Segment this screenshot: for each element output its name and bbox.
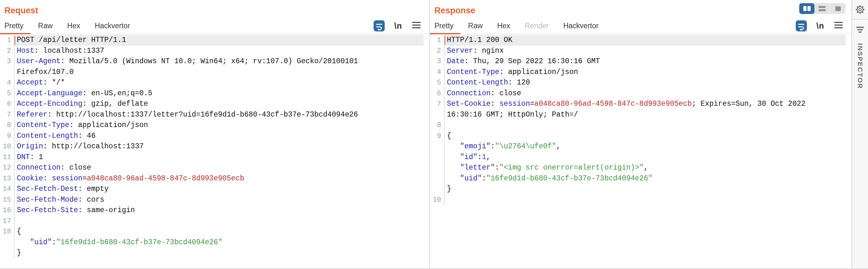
code-line-text[interactable]: Content-Type: application/json xyxy=(444,67,846,78)
code-line[interactable]: Firefox/107.0 xyxy=(0,67,429,78)
line-number: 14 xyxy=(0,184,14,195)
code-line[interactable]: 5Accept-Language: en-US,en;q=0.5 xyxy=(0,88,429,99)
code-line-text[interactable]: Cookie: session=a048ca80-96ad-4598-847c-… xyxy=(14,173,424,184)
code-line-text[interactable]: "uid":"16fe9d1d-b680-43cf-b37e-73bcd4094… xyxy=(444,173,846,184)
code-line-text[interactable]: User-Agent: Mozilla/5.0 (Windows NT 10.0… xyxy=(14,56,424,67)
code-line-text[interactable]: Sec-Fetch-Dest: empty xyxy=(14,184,424,195)
code-line-text[interactable]: Accept: */* xyxy=(14,78,424,88)
code-line[interactable]: 4Accept: */* xyxy=(0,78,429,88)
settings-button[interactable] xyxy=(852,0,868,20)
tab-hex[interactable]: Hex xyxy=(67,18,80,34)
tab-pretty[interactable]: Pretty xyxy=(4,18,24,34)
code-line-text[interactable]: } xyxy=(14,248,424,259)
request-editor-menu-button[interactable] xyxy=(412,21,421,30)
code-line[interactable]: 7Set-Cookie: session=a048ca80-96ad-4598-… xyxy=(430,99,851,110)
code-line-text[interactable]: Accept-Encoding: gzip, deflate xyxy=(14,99,424,110)
code-line[interactable]: 5Content-Length: 120 xyxy=(430,78,851,88)
code-line-text[interactable]: Content-Length: 120 xyxy=(444,78,846,88)
code-line[interactable]: 18{ xyxy=(0,226,429,237)
code-line-text[interactable]: "letter":"<img src onerror=alert(origin)… xyxy=(444,163,846,173)
tab-hex[interactable]: Hex xyxy=(497,18,510,34)
code-line-text[interactable]: { xyxy=(14,226,424,237)
code-line-text[interactable]: } xyxy=(444,184,846,195)
word-wrap-toggle-button[interactable] xyxy=(374,20,385,31)
code-line[interactable]: 2Server: nginx xyxy=(430,46,851,56)
code-line-text[interactable]: Origin: http://localhost:1337 xyxy=(14,141,424,152)
code-line-text[interactable]: "id":1, xyxy=(444,152,846,163)
code-line[interactable]: 1POST /api/letter HTTP/1.1 xyxy=(0,35,429,46)
show-newlines-toggle-button[interactable]: \n xyxy=(394,21,402,31)
tab-raw[interactable]: Raw xyxy=(468,18,483,34)
code-line-text[interactable]: Accept-Language: en-US,en;q=0.5 xyxy=(14,88,424,99)
code-line[interactable]: 17 xyxy=(0,216,429,227)
code-line[interactable]: 2Host: localhost:1337 xyxy=(0,46,429,56)
code-line[interactable]: 8 xyxy=(430,120,851,131)
code-line[interactable]: "letter":"<img src onerror=alert(origin)… xyxy=(430,163,851,173)
code-line-text[interactable]: 16:30:16 GMT; HttpOnly; Path=/ xyxy=(444,110,846,120)
code-line-text[interactable]: "uid":"16fe9d1d-b680-43cf-b37e-73bcd4094… xyxy=(14,237,424,248)
code-line[interactable]: "uid":"16fe9d1d-b680-43cf-b37e-73bcd4094… xyxy=(0,237,429,248)
collapse-inspector-button[interactable] xyxy=(852,20,868,40)
code-line-text[interactable]: Server: nginx xyxy=(444,46,846,56)
code-line-text[interactable]: Sec-Fetch-Site: same-origin xyxy=(14,205,424,216)
code-line[interactable]: 1HTTP/1.1 200 OK xyxy=(430,35,851,46)
code-line-text[interactable]: Sec-Fetch-Mode: cors xyxy=(14,195,424,206)
tab-hackvertor[interactable]: Hackvertor xyxy=(95,18,130,34)
code-line[interactable]: 13Cookie: session=a048ca80-96ad-4598-847… xyxy=(0,173,429,184)
code-line[interactable]: } xyxy=(0,248,429,259)
tab-raw[interactable]: Raw xyxy=(38,18,53,34)
code-line[interactable]: "emoji":"\u2764\ufe0f", xyxy=(430,141,851,152)
code-line[interactable]: 10Origin: http://localhost:1337 xyxy=(0,141,429,152)
code-line[interactable]: 12Connection: close xyxy=(0,163,429,173)
code-line-text[interactable]: Set-Cookie: session=a048ca80-96ad-4598-8… xyxy=(444,99,846,110)
code-line[interactable]: 4Content-Type: application/json xyxy=(430,67,851,78)
response-editor-menu-button[interactable] xyxy=(834,21,843,30)
layout-single-button[interactable] xyxy=(830,3,845,14)
request-editor[interactable]: 1POST /api/letter HTTP/1.12Host: localho… xyxy=(0,34,429,259)
code-line-text[interactable]: Date: Thu, 29 Sep 2022 16:30:16 GMT xyxy=(444,56,846,67)
code-line-text[interactable]: Content-Type: application/json xyxy=(14,120,424,131)
code-line-text[interactable] xyxy=(444,120,846,131)
code-line-text[interactable]: "emoji":"\u2764\ufe0f", xyxy=(444,141,846,152)
code-line-text[interactable]: Referer: http://localhost:1337/letter?ui… xyxy=(14,110,424,120)
line-number: 2 xyxy=(0,46,14,56)
code-line[interactable]: "uid":"16fe9d1d-b680-43cf-b37e-73bcd4094… xyxy=(430,173,851,184)
code-line[interactable]: 6Connection: close xyxy=(430,88,851,99)
inspector-tab[interactable]: INSPECTOR xyxy=(856,43,864,89)
layout-columns-button[interactable] xyxy=(799,3,814,14)
code-line[interactable]: 14Sec-Fetch-Dest: empty xyxy=(0,184,429,195)
code-line[interactable]: 9Content-Length: 46 xyxy=(0,131,429,142)
code-line-text[interactable]: POST /api/letter HTTP/1.1 xyxy=(14,35,424,46)
code-line-text[interactable] xyxy=(444,195,846,206)
code-line[interactable]: 6Accept-Encoding: gzip, deflate xyxy=(0,99,429,110)
code-line-text[interactable]: DNT: 1 xyxy=(14,152,424,163)
tab-pretty[interactable]: Pretty xyxy=(434,18,454,34)
code-line[interactable]: 3Date: Thu, 29 Sep 2022 16:30:16 GMT xyxy=(430,56,851,67)
code-line-text[interactable] xyxy=(14,216,424,227)
code-line[interactable]: 10 xyxy=(430,195,851,206)
code-line[interactable]: } xyxy=(430,184,851,195)
line-number: 16 xyxy=(0,205,14,216)
code-line[interactable]: 15Sec-Fetch-Mode: cors xyxy=(0,195,429,206)
code-line-text[interactable]: Host: localhost:1337 xyxy=(14,46,424,56)
layout-rows-button[interactable] xyxy=(814,3,830,14)
code-line-text[interactable]: { xyxy=(444,131,846,142)
code-line-text[interactable]: Connection: close xyxy=(444,88,846,99)
code-line-text[interactable]: Connection: close xyxy=(14,163,424,173)
response-editor[interactable]: 1HTTP/1.1 200 OK2Server: nginx3Date: Thu… xyxy=(430,34,851,205)
line-number: 7 xyxy=(430,99,444,110)
code-line-text[interactable]: HTTP/1.1 200 OK xyxy=(444,35,846,46)
code-line[interactable]: 7Referer: http://localhost:1337/letter?u… xyxy=(0,110,429,120)
tab-hackvertor[interactable]: Hackvertor xyxy=(563,18,598,34)
show-newlines-toggle-button[interactable]: \n xyxy=(816,21,824,31)
code-line[interactable]: 9{ xyxy=(430,131,851,142)
code-line-text[interactable]: Content-Length: 46 xyxy=(14,131,424,142)
code-line[interactable]: 3User-Agent: Mozilla/5.0 (Windows NT 10.… xyxy=(0,56,429,67)
code-line[interactable]: "id":1, xyxy=(430,152,851,163)
code-line[interactable]: 11DNT: 1 xyxy=(0,152,429,163)
code-line[interactable]: 16Sec-Fetch-Site: same-origin xyxy=(0,205,429,216)
code-line[interactable]: 8Content-Type: application/json xyxy=(0,120,429,131)
code-line[interactable]: 16:30:16 GMT; HttpOnly; Path=/ xyxy=(430,110,851,120)
word-wrap-toggle-button[interactable] xyxy=(796,20,807,31)
code-line-text[interactable]: Firefox/107.0 xyxy=(14,67,424,78)
